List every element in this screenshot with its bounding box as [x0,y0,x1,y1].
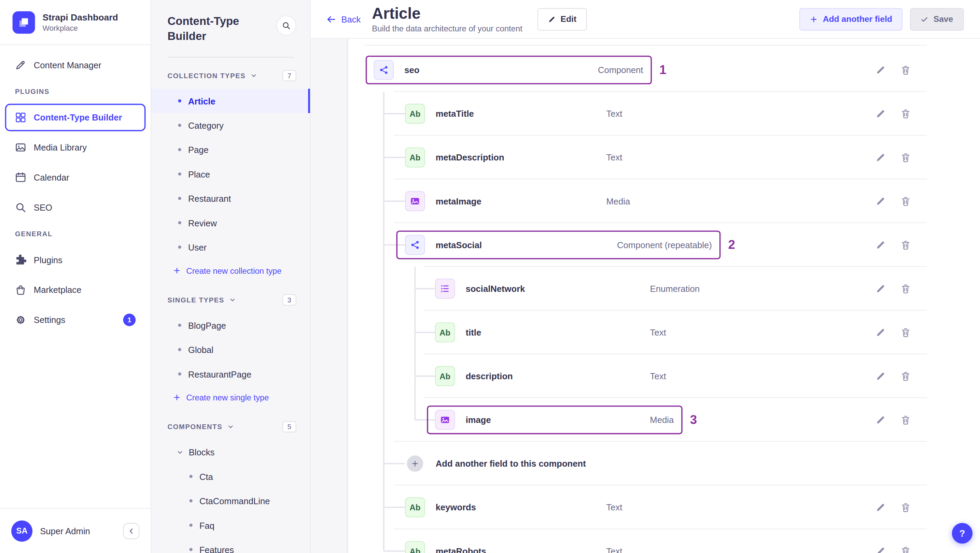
delete-field-button[interactable] [896,104,916,124]
create-new-create-new-single-type-link[interactable]: Create new single type [151,386,310,408]
subnav-item-review[interactable]: Review [151,211,310,235]
edit-field-button[interactable] [871,541,891,553]
component-glyph [410,240,420,250]
sidebar-item-marketplace[interactable]: Marketplace [5,276,146,304]
subnav-item-restaurantpage[interactable]: RestaurantPage [151,362,310,386]
subnav-item-place[interactable]: Place [151,162,310,186]
subnav-item-label: Place [188,169,210,179]
chevron-down-icon [228,424,234,430]
edit-field-button[interactable] [871,191,891,211]
subnav-item-user[interactable]: User [151,235,310,259]
sidebar-item-calendar[interactable]: Calendar [5,164,146,192]
subnav-subgroup-blocks[interactable]: Blocks [151,440,310,464]
sidebar-item-content-manager[interactable]: Content Manager [5,51,146,79]
sidebar-item-label: SEO [34,202,52,212]
trash-icon [901,65,911,75]
plus-icon [810,15,818,23]
subnav-item-ctacommandline[interactable]: CtaCommandLine [151,488,310,513]
media-glyph [410,196,420,206]
component-field-icon [374,60,394,80]
back-link[interactable]: Back [326,14,361,24]
pencil-icon [875,546,885,553]
subnav-group-header-components[interactable]: COMPONENTS5 [151,408,310,440]
save-button[interactable]: Save [910,8,964,30]
field-row-metaImage: metaImageMedia [348,179,980,223]
edit-field-button[interactable] [871,410,891,430]
delete-field-button[interactable] [896,322,916,342]
sidebar-item-content-type-builder[interactable]: Content-Type Builder [5,104,146,132]
subnav-item-global[interactable]: Global [151,337,310,361]
sidebar-item-plugins[interactable]: Plugins [5,246,146,274]
edit-field-button[interactable] [871,497,891,518]
sidebar-item-label: Marketplace [34,285,82,295]
sidebar-nav: Content Manager PLUGINSContent-Type Buil… [0,45,151,334]
delete-field-button[interactable] [896,366,916,386]
subnav-item-label: RestaurantPage [188,369,251,379]
add-field-button-label: Add another field [823,14,892,24]
edit-field-button[interactable] [871,366,891,386]
subnav-group-header-single-types[interactable]: SINGLE TYPES3 [151,282,310,313]
sidebar-item-label: Content-Type Builder [34,112,122,122]
subnav-item-restaurant[interactable]: Restaurant [151,186,310,210]
edit-field-button[interactable] [871,322,891,342]
field-row-description: AbdescriptionText [348,354,980,398]
text-field-icon: Ab [435,322,455,342]
edit-field-button[interactable] [871,104,891,124]
search-button[interactable] [276,16,296,36]
pencil-icon [875,415,885,425]
subnav-item-cta[interactable]: Cta [151,464,310,488]
image-icon [15,142,26,153]
subnav-group-header-collection-types[interactable]: COLLECTION TYPES7 [151,57,310,89]
pencil-icon [875,196,885,206]
bullet-icon [178,324,181,327]
bullet-icon [178,221,181,224]
add-another-field-button[interactable]: Add another field [800,8,903,30]
field-row-seo: seoComponent1 [348,48,980,92]
save-button-label: Save [934,14,953,24]
subnav-item-features[interactable]: Features [151,537,310,553]
sidebar-item-label: Calendar [34,172,69,182]
delete-field-button[interactable] [896,191,916,211]
add-field-to-component-row[interactable]: Add another field to this component [348,442,980,485]
edit-button[interactable]: Edit [538,8,587,30]
delete-field-button[interactable] [896,278,916,299]
help-button[interactable]: ? [952,523,972,543]
bullet-icon [178,348,181,351]
avatar[interactable]: SA [11,520,32,541]
delete-field-button[interactable] [896,148,916,168]
delete-field-button[interactable] [896,60,916,80]
nav-section-label-general: GENERAL [0,230,151,246]
bullet-icon [178,99,181,102]
edit-field-button[interactable] [871,278,891,299]
media-glyph [440,415,450,425]
main-content: Back Article Build the data architecture… [311,0,980,553]
delete-field-button[interactable] [896,497,916,518]
subnav-item-faq[interactable]: Faq [151,513,310,537]
subnav-item-category[interactable]: Category [151,113,310,137]
subnav-item-page[interactable]: Page [151,138,310,162]
sidebar-item-settings[interactable]: Settings1 [5,306,146,334]
delete-field-button[interactable] [896,410,916,430]
edit-field-button[interactable] [871,148,891,168]
sidebar-item-label: Media Library [34,142,87,152]
enumeration-field-icon [435,278,455,299]
bullet-icon [189,499,192,502]
page-title: Article [372,5,522,22]
sidebar-item-seo[interactable]: SEO [5,194,146,221]
subnav-item-blogpage[interactable]: BlogPage [151,313,310,337]
bullet-icon [178,245,181,248]
delete-field-button[interactable] [896,541,916,553]
check-icon [921,15,928,23]
edit-field-button[interactable] [871,235,891,255]
create-new-create-new-collection-type-link[interactable]: Create new collection type [151,259,310,282]
plus-icon [173,267,181,275]
delete-field-button[interactable] [896,235,916,255]
trash-icon [901,415,911,425]
brand-title: Strapi Dashboard [42,12,118,22]
subnav-item-article[interactable]: Article [151,89,310,113]
collapse-sidebar-button[interactable] [123,523,140,539]
edit-button-label: Edit [560,14,576,24]
sidebar-item-media-library[interactable]: Media Library [5,134,146,162]
edit-field-button[interactable] [871,60,891,80]
add-field-to-component-label: Add another field to this component [436,459,586,469]
